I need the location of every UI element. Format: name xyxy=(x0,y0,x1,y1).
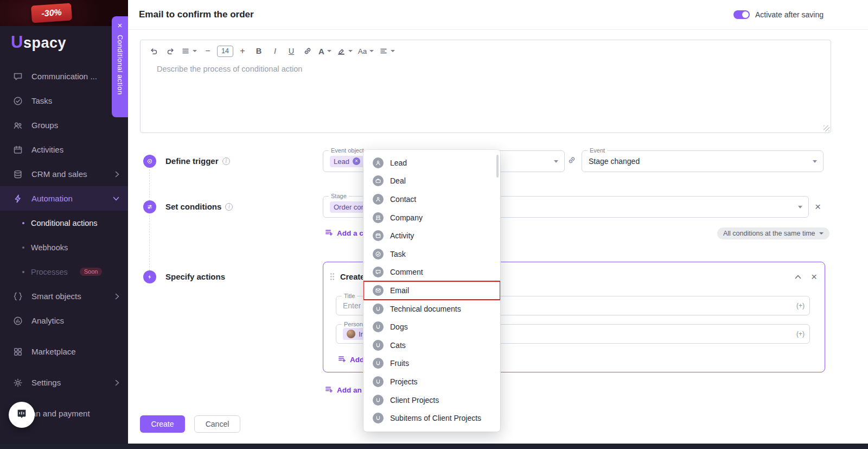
dropdown-item[interactable]: Lead xyxy=(363,154,500,172)
toolbar-button-icon xyxy=(379,47,388,55)
trigger-step-icon xyxy=(143,155,156,168)
sidebar-item-icon xyxy=(12,290,24,302)
sidebar-item[interactable]: Settings xyxy=(0,370,128,395)
uspacy-logo[interactable]: Uspacy xyxy=(11,33,66,52)
dropdown-item[interactable]: Email xyxy=(363,281,500,300)
toolbar-button[interactable]: − xyxy=(201,45,215,58)
toolbar-button-icon: − xyxy=(205,46,210,56)
chevron-icon xyxy=(115,293,119,300)
sidebar-item[interactable]: CRM and sales xyxy=(0,162,128,186)
remove-condition-icon[interactable]: × xyxy=(815,201,821,212)
activate-toggle[interactable] xyxy=(733,10,750,19)
toolbar-button-icon xyxy=(337,47,346,55)
info-icon[interactable]: i xyxy=(225,203,233,211)
toolbar-button[interactable] xyxy=(301,45,315,58)
page-title: Email to confirm the order xyxy=(139,9,254,20)
remove-action-icon[interactable]: × xyxy=(811,271,817,282)
dropdown-item[interactable]: Dogs xyxy=(363,318,500,336)
sidebar-item-icon xyxy=(12,119,24,131)
sidebar-item-icon xyxy=(12,95,24,107)
chip-remove-icon[interactable]: × xyxy=(353,157,360,165)
toolbar-button[interactable]: U xyxy=(284,45,298,58)
sidebar-item[interactable]: Processes Soon xyxy=(0,260,128,284)
sidebar-item[interactable]: Analytics xyxy=(0,308,128,333)
dropdown-item[interactable]: Deal xyxy=(363,172,500,191)
sidebar-item-label: Smart objects xyxy=(31,292,81,301)
sidebar-item[interactable]: Activities xyxy=(0,137,128,162)
sidebar-item[interactable]: Groups xyxy=(0,113,128,137)
drawer-tab-label: Conditional action xyxy=(116,35,124,95)
toolbar-button-icon: + xyxy=(240,46,245,56)
toolbar-button[interactable] xyxy=(163,45,177,58)
dropdown-item[interactable]: Comment xyxy=(363,263,500,282)
conditional-action-drawer-tab[interactable]: × Conditional action xyxy=(112,16,128,117)
dropdown-item[interactable]: Client Projects xyxy=(363,391,500,409)
dropdown-item[interactable]: Cats xyxy=(363,336,500,355)
close-icon[interactable]: × xyxy=(118,21,123,29)
insert-variable-button[interactable]: (+) xyxy=(796,302,805,309)
dropdown-item-label: Lead xyxy=(390,159,407,167)
create-button[interactable]: Create xyxy=(140,415,185,433)
insert-variable-button[interactable]: (+) xyxy=(796,330,805,338)
dropdown-item-label: Projects xyxy=(390,377,418,386)
promo-banner[interactable]: -30% xyxy=(0,0,128,26)
dropdown-item[interactable]: Subitems of Client Projects xyxy=(363,409,500,427)
actions-step-label: Specify actions xyxy=(165,272,225,281)
dropdown-item[interactable]: Fruits xyxy=(363,355,500,373)
sidebar-item[interactable]: Webhooks xyxy=(0,235,128,260)
collapse-icon[interactable] xyxy=(795,275,801,279)
cancel-button[interactable]: Cancel xyxy=(194,415,240,433)
description-editor[interactable]: −14+BIUAAa Describe the process of condi… xyxy=(140,40,831,133)
toolbar-button-icon: Aa xyxy=(358,47,367,55)
toolbar-button[interactable] xyxy=(335,45,354,58)
dropdown-item-label: Deal xyxy=(390,176,406,185)
title-placeholder: Enter xyxy=(343,301,361,310)
add-field-link[interactable]: Add xyxy=(337,355,364,365)
chat-bubble-button[interactable] xyxy=(9,402,35,428)
dropdown-scrollbar[interactable] xyxy=(496,155,499,178)
dropdown-item-icon xyxy=(373,413,384,423)
dropdown-item[interactable]: Task xyxy=(363,245,500,263)
toolbar-button[interactable]: Aa xyxy=(356,45,376,58)
dropdown-item-icon xyxy=(373,267,384,277)
dropdown-item[interactable]: Company xyxy=(363,208,500,227)
event-select[interactable]: Event Stage changed xyxy=(582,150,824,172)
toolbar-button[interactable] xyxy=(180,45,199,58)
toolbar-button[interactable]: A xyxy=(317,45,333,58)
toolbar-button[interactable]: 14 xyxy=(217,46,233,57)
person-label: Person xyxy=(342,321,365,327)
sidebar-item[interactable]: Marketplace xyxy=(0,339,128,364)
toolbar-button[interactable]: I xyxy=(268,45,282,58)
sidebar-item[interactable]: Communication ... xyxy=(0,64,128,88)
resize-handle[interactable] xyxy=(824,125,829,131)
toolbar-button[interactable]: B xyxy=(252,45,266,58)
add-action-link[interactable]: Add an xyxy=(324,385,362,395)
dropdown-item[interactable]: Projects xyxy=(363,372,500,391)
sidebar-item[interactable]: Smart objects xyxy=(0,284,128,308)
intercom-chat-icon xyxy=(16,408,28,422)
toolbar-button[interactable] xyxy=(147,45,161,58)
chevron-down-icon xyxy=(554,160,558,163)
sidebar-item[interactable]: Tasks xyxy=(0,88,128,113)
chevron-icon xyxy=(115,171,119,178)
sidebar-item[interactable]: Conditional actions xyxy=(0,211,128,235)
toolbar-button[interactable] xyxy=(378,45,397,58)
linked-fields-icon[interactable] xyxy=(567,156,576,167)
dropdown-item-label: Client Projects xyxy=(390,396,439,404)
dropdown-item[interactable]: Activity xyxy=(363,226,500,245)
sidebar-item-icon xyxy=(12,168,24,180)
dropdown-item-icon xyxy=(373,376,384,387)
toolbar-button[interactable]: + xyxy=(235,45,250,58)
dropdown-item[interactable]: Technical documents xyxy=(363,300,500,318)
sidebar-item[interactable]: Automation xyxy=(0,186,128,211)
sidebar-item-icon xyxy=(12,144,24,156)
add-condition-link[interactable]: Add a c xyxy=(324,228,363,238)
editor-toolbar: −14+BIUAAa xyxy=(141,40,831,61)
conditions-match-mode-dropdown[interactable]: All conditions at the same time xyxy=(717,227,829,239)
sidebar-nav: Communication ... Tasks Groups Activitie… xyxy=(0,64,128,426)
info-icon[interactable]: i xyxy=(222,157,230,165)
app-root: -30% Uspacy Communication ... Tasks Grou… xyxy=(0,0,868,449)
dropdown-item[interactable]: Contact xyxy=(363,190,500,208)
drag-handle-icon[interactable] xyxy=(330,273,335,281)
dropdown-item-label: Task xyxy=(390,250,406,258)
